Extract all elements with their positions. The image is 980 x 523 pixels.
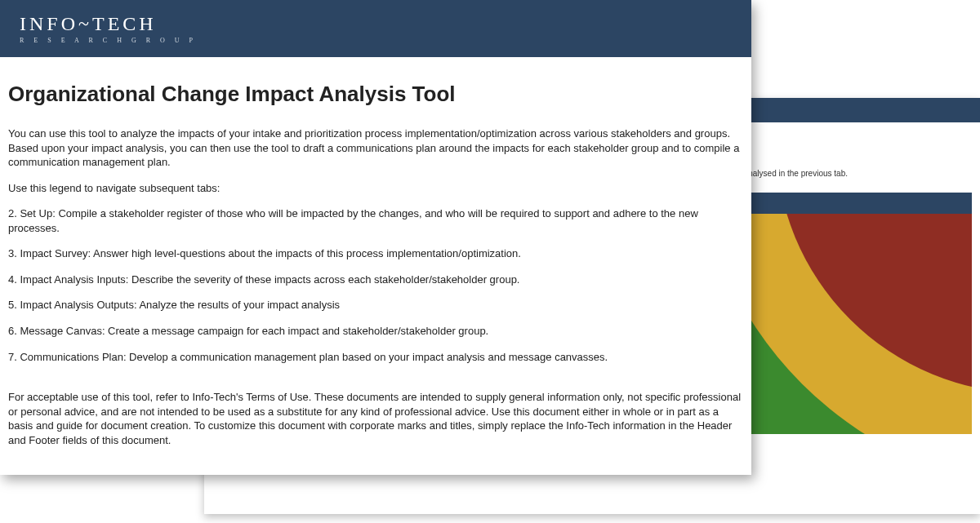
page-title: Organizational Change Impact Analysis To… [8,80,743,109]
legend-item-2: 2. Set Up: Compile a stakeholder registe… [8,206,743,235]
legend-item-3: 3. Impact Survey: Answer high level-ques… [8,246,743,261]
disclaimer-paragraph: For acceptable use of this tool, refer t… [8,390,743,447]
legend-item-4: 4. Impact Analysis Inputs: Describe the … [8,273,743,287]
brand-tagline: R E S E A R C H G R O U P [20,37,197,44]
legend-item-6: 6. Message Canvas: Create a message camp… [8,324,743,339]
legend-item-7: 7. Communications Plan: Develop a commun… [8,350,743,365]
intro-paragraph: You can use this tool to analyze the imp… [8,126,743,170]
brand-logo: INFO~TECH [20,13,197,35]
legend-intro: Use this legend to navigate subsequent t… [8,181,743,196]
foreground-card: INFO~TECH R E S E A R C H G R O U P Orga… [0,0,751,475]
legend-item-5: 5. Impact Analysis Outputs: Analyze the … [8,298,743,312]
tilde-icon: ~ [78,13,92,34]
brand-header: INFO~TECH R E S E A R C H G R O U P [0,0,751,57]
document-body: Organizational Change Impact Analysis To… [0,57,751,475]
